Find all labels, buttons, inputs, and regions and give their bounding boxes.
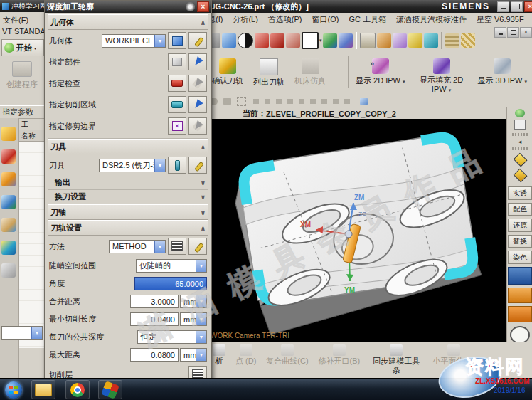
list-toolpath-button[interactable]: 列出刀轨 [248, 56, 289, 90]
section-tool-axis[interactable]: 刀轴 ∨ [48, 204, 208, 220]
taskbar-chrome[interactable] [65, 380, 90, 399]
resource-icon-5[interactable] [1, 218, 16, 232]
view-icon-front[interactable] [302, 32, 319, 49]
cut-levels-button[interactable] [188, 366, 207, 379]
bottom-toolbar-item[interactable]: 复合曲线(C) [266, 344, 308, 366]
resource-icon-2[interactable] [1, 149, 16, 164]
toolbar-overflow[interactable]: » [370, 59, 374, 68]
min-cut-input[interactable]: 0.0400 [130, 312, 179, 326]
view-icon-sheet[interactable] [360, 33, 376, 48]
view-icon-orange[interactable] [377, 33, 391, 48]
common-depth-combo[interactable]: 恒定 ▼ [137, 330, 207, 344]
max-distance-input[interactable]: 0.0800 [130, 348, 179, 362]
menu-item[interactable]: 星空 V6.935F [472, 13, 529, 26]
section-geometry[interactable]: 几何体 ∧ [48, 14, 208, 30]
dialog-titlebar[interactable]: 深度加工轮廓 × [45, 1, 211, 13]
name-column-header[interactable]: 名称 [19, 130, 45, 142]
bottom-toolbar-item[interactable]: 同步建模工具条 [370, 344, 422, 374]
start-button[interactable]: 开始 ▾ [1, 39, 44, 56]
specify-check-button[interactable] [168, 75, 186, 92]
left-bottom-combo-arrow[interactable]: ▼ [31, 327, 42, 339]
right-button[interactable]: 配色 [508, 203, 532, 216]
create-program-button[interactable]: 创建程序 [1, 58, 43, 93]
merge-unit-combo[interactable]: mm ▼ [180, 295, 207, 308]
mdi-minimize[interactable] [494, 27, 506, 38]
show-3d-ipw-caret[interactable]: ▾ [525, 79, 528, 84]
geometry-combo[interactable]: WORKPIECE ▼ [102, 34, 166, 48]
restore-button[interactable] [511, 1, 523, 12]
diamond-icon-2[interactable] [513, 168, 527, 182]
view-icon-stripes1[interactable] [445, 33, 459, 48]
resource-icon-3[interactable] [1, 172, 16, 186]
tool-combo[interactable]: DSR2.5 (铣刀-球 ▼ [99, 159, 166, 172]
view-icon-half-shade[interactable] [238, 33, 253, 48]
toolbar-handle2[interactable] [512, 147, 528, 150]
specify-trim-button[interactable]: × [168, 117, 186, 135]
specify-cutarea-button[interactable] [168, 96, 186, 113]
new-method-button[interactable] [168, 238, 186, 255]
resource-icon-7[interactable] [1, 263, 16, 278]
view-icon-purple[interactable] [393, 33, 407, 48]
left-bottom-combo[interactable]: ▼ [1, 326, 43, 340]
view-icon-facet-red2[interactable] [270, 33, 284, 48]
menu-item[interactable]: 窗口(O) [307, 13, 344, 26]
selection-icon-3[interactable] [237, 97, 246, 106]
show-3d-ipw-button[interactable]: 显示 3D IPW ▾ [474, 56, 532, 88]
view-icon-orient2[interactable] [339, 33, 353, 48]
method-combo[interactable]: METHOD ▼ [109, 240, 166, 253]
display-cutarea-button[interactable] [188, 96, 207, 113]
mdi-close[interactable]: × [520, 27, 532, 38]
new-geometry-button[interactable] [168, 32, 186, 49]
right-button[interactable]: 实透 [508, 186, 532, 200]
geometry-combo-arrow[interactable]: ▼ [154, 35, 165, 47]
right-button[interactable]: 替换 [508, 235, 532, 248]
view-icon-shaded-cube[interactable] [222, 33, 236, 48]
right-button[interactable]: 染色 [508, 251, 532, 264]
edit-tool-button[interactable] [188, 157, 207, 174]
max-distance-unit-arrow[interactable]: ▼ [196, 349, 206, 361]
machine-sim-button[interactable]: 机床仿真 [289, 56, 331, 88]
steep-combo[interactable]: 仅陡峭的 ▼ [136, 259, 207, 273]
view-caret[interactable]: ▾ [319, 38, 322, 43]
start-orb[interactable] [1, 380, 26, 399]
orange-tool-button-1[interactable] [508, 288, 532, 304]
nx-titlebar[interactable]: [UG-CNC-26.prt （修改的）] SIEMENS × [203, 0, 532, 13]
mdi-restore[interactable] [507, 27, 519, 38]
dialog-close-button[interactable]: × [197, 1, 209, 12]
frame-icon[interactable] [514, 120, 526, 129]
show-fill-2d-ipw-button[interactable]: 显示填充 2D IPW ▾ [410, 56, 474, 95]
menu-item[interactable]: 帮助(H) [529, 13, 532, 26]
common-depth-arrow[interactable]: ▼ [196, 331, 206, 343]
edit-geometry-button[interactable] [188, 32, 207, 49]
steep-combo-arrow[interactable]: ▼ [196, 260, 206, 272]
edit-method-button[interactable] [188, 238, 207, 255]
blue-tool-button[interactable] [508, 267, 532, 285]
merge-distance-input[interactable]: 3.0000 [130, 295, 179, 308]
display-trim-button[interactable] [188, 117, 207, 135]
plant-icon[interactable] [515, 109, 525, 117]
resource-icon-4[interactable] [1, 195, 16, 209]
bottom-toolbar-item[interactable]: 析 [213, 344, 225, 366]
file-menu[interactable]: 文件(F) [3, 15, 28, 26]
view-icon-stripes2[interactable] [461, 33, 475, 48]
graphics-viewport[interactable]: ZM ZC XM YM WORK Camera TFR-TRI [208, 119, 506, 342]
diamond-icon-1[interactable] [513, 153, 527, 167]
menu-item[interactable]: GC 工具箱 [344, 13, 391, 26]
method-combo-arrow[interactable]: ▼ [154, 241, 165, 253]
min-cut-unit-arrow[interactable]: ▼ [196, 313, 206, 325]
menu-item[interactable]: 首选项(P) [263, 13, 307, 26]
section-tool-change[interactable]: 换刀设置 ∨ [48, 190, 208, 204]
taskbar-explorer[interactable] [31, 380, 55, 399]
view-icon-facet-red1[interactable] [255, 33, 269, 48]
minimize-button[interactable] [497, 1, 509, 12]
section-output[interactable]: 输出 ∨ [48, 176, 208, 190]
max-distance-unit-combo[interactable]: mm ▼ [180, 348, 207, 362]
view-icon-facet-red3[interactable] [286, 33, 300, 48]
angle-input[interactable]: 65.0000 [134, 277, 207, 290]
menu-item[interactable]: 分析(L) [228, 13, 262, 26]
menu-item[interactable]: 潇洒模具汽模标准件 [391, 13, 472, 26]
right-button[interactable]: 还原 [508, 219, 532, 232]
show-2d-ipw-caret[interactable]: ▾ [403, 79, 405, 84]
show-fill-2d-ipw-caret[interactable]: ▾ [449, 88, 452, 93]
bottom-toolbar-item[interactable]: 点 (D) [235, 344, 256, 366]
